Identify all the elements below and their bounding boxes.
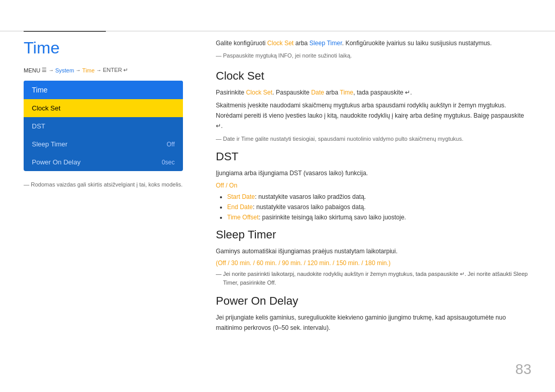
intro-clock-set-highlight: Clock Set — [267, 40, 293, 47]
right-column: Galite konfigūruoti Clock Set arba Sleep… — [216, 39, 531, 337]
clock-set-note: Date ir Time galite nustatyti tiesiogiai… — [216, 135, 531, 143]
dst-bullet-list: Start Date: nustatykite vasaros laiko pr… — [216, 192, 531, 222]
intro-sleep-timer-highlight: Sleep Timer — [309, 40, 342, 47]
sleep-150: 150 min. — [336, 259, 360, 267]
breadcrumb-menu: MENU — [24, 67, 40, 73]
menu-item-sleep-timer[interactable]: Sleep Timer Off — [24, 135, 183, 153]
dst-start-date-label: Start Date — [227, 193, 255, 200]
clock-set-body1: Pasirinkite Clock Set. Paspauskite Date … — [216, 88, 531, 98]
menu-item-sleep-timer-label: Sleep Timer — [32, 140, 67, 148]
dst-body: Įjungiama arba išjungiama DST (vasaros l… — [216, 169, 531, 179]
dst-bullet-time-offset: Time Offset: pasirinkite teisingą laiko … — [227, 213, 531, 223]
sleep-off-hl: Off — [267, 279, 274, 286]
dst-bullet-start-date: Start Date: nustatykite vasaros laiko pr… — [227, 192, 531, 202]
menu-item-sleep-timer-value: Off — [166, 141, 175, 148]
page-title: Time — [24, 39, 183, 58]
menu-panel: Time Clock Set DST Sleep Timer Off Power… — [24, 81, 183, 171]
sleep-120: 120 min. — [307, 259, 331, 267]
clock-set-body2: Skaitmenis įveskite naudodami skaičmenų … — [216, 101, 531, 131]
menu-item-power-on-delay-label: Power On Delay — [32, 158, 81, 166]
dst-options: Off / On — [216, 182, 531, 189]
left-column: Time MENU ☰ → System → Time → ENTER ↵ Ti… — [24, 39, 183, 189]
clock-set-title: Clock Set — [216, 69, 531, 83]
menu-item-clock-set-label: Clock Set — [32, 104, 61, 112]
breadcrumb-enter: ENTER ↵ — [103, 67, 128, 73]
breadcrumb-time: Time — [82, 67, 95, 73]
menu-item-clock-set[interactable]: Clock Set — [24, 99, 183, 117]
menu-item-dst-label: DST — [32, 122, 45, 130]
dst-off: Off — [216, 182, 224, 189]
clock-set-hl2: Date — [311, 89, 324, 96]
clock-set-note-date: Date — [223, 136, 235, 142]
breadcrumb-arrow1: → — [48, 67, 53, 73]
intro-text: Galite konfigūruoti Clock Set arba Sleep… — [216, 39, 531, 48]
sleep-off: Off — [218, 259, 226, 267]
sleep-timer-options: (Off / 30 min. / 60 min. / 90 min. / 120… — [216, 259, 531, 267]
breadcrumb-arrow2: → — [76, 67, 81, 73]
intro-note: Paspauskite mygtuką INFO, jei norite suž… — [216, 51, 531, 60]
menu-item-dst[interactable]: DST — [24, 117, 183, 135]
sleep-60: 60 min. — [256, 259, 276, 267]
dst-title: DST — [216, 150, 531, 163]
breadcrumb: MENU ☰ → System → Time → ENTER ↵ — [24, 67, 183, 73]
dst-end-date-label: End Date — [227, 203, 253, 211]
left-footnote: — Rodomas vaizdas gali skirtis atsižvelg… — [24, 180, 183, 189]
menu-item-power-on-delay-value: 0sec — [162, 159, 175, 166]
power-on-delay-title: Power On Delay — [216, 294, 531, 308]
dst-time-offset-label: Time Offset — [227, 214, 258, 221]
power-on-delay-body: Jei prijungiate kelis gaminius, sureguli… — [216, 313, 531, 333]
breadcrumb-menu-icon: ☰ — [42, 67, 47, 73]
sleep-timer-body: Gaminys automatiškai išjungiamas praėjus… — [216, 247, 531, 257]
menu-item-power-on-delay[interactable]: Power On Delay 0sec — [24, 153, 183, 171]
clock-set-note-time: Time — [241, 136, 253, 142]
page-number: 83 — [515, 361, 531, 378]
clock-set-hl3: Time — [340, 89, 353, 96]
breadcrumb-system: System — [55, 67, 74, 73]
sleep-180: 180 min. — [365, 259, 388, 267]
dst-on: On — [229, 182, 237, 189]
top-accent-line — [24, 31, 106, 32]
dst-bullet-end-date: End Date: nustatykite vasaros laiko paba… — [227, 202, 531, 213]
breadcrumb-arrow3: → — [96, 67, 101, 73]
sleep-30: 30 min. — [231, 259, 251, 267]
menu-panel-header: Time — [24, 81, 183, 99]
sleep-90: 90 min. — [282, 259, 302, 267]
sleep-timer-note: Jei norite pasirinkti laikotarpį, naudok… — [216, 270, 531, 287]
clock-set-hl1: Clock Set — [246, 89, 272, 96]
sleep-timer-title: Sleep Timer — [216, 228, 531, 241]
